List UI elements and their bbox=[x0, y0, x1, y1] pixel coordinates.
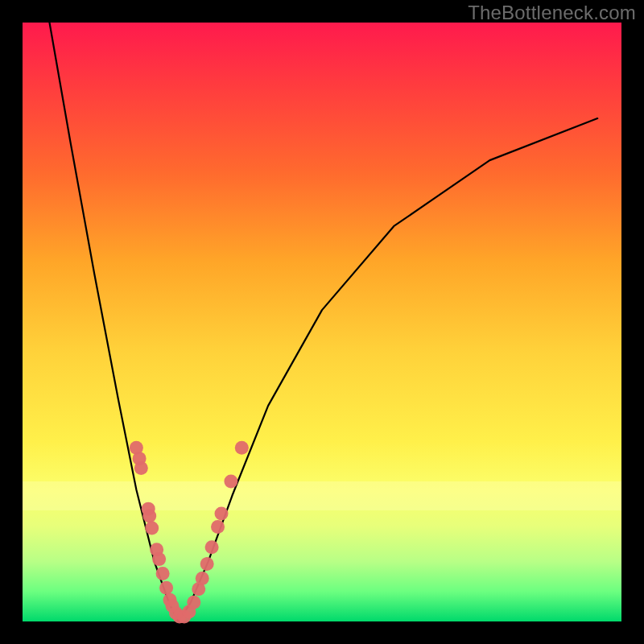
highlight-band bbox=[23, 481, 621, 510]
plot-area bbox=[23, 23, 621, 621]
watermark-text: TheBottleneck.com bbox=[468, 2, 636, 24]
chart-container: TheBottleneck.com bbox=[0, 0, 644, 644]
